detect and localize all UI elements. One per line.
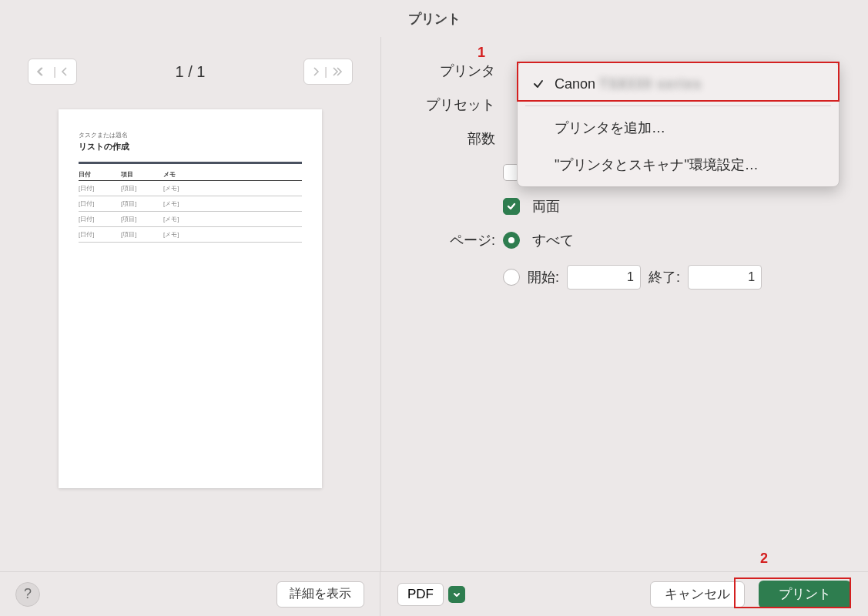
chevron-left-icon [59,66,69,77]
chevron-down-icon [448,586,465,603]
printer-item-label: Canon TS8330 series [555,76,702,92]
pages-range-radio[interactable] [503,269,520,286]
double-chevron-right-icon [330,66,344,77]
doc-row: [日付][項目][メモ] [79,181,302,196]
pages-to-input[interactable] [688,265,762,290]
page-next-last-button[interactable]: | [303,59,353,85]
window-title: プリント [0,0,868,37]
chevron-right-icon [312,66,321,77]
page-first-prev-button[interactable]: | [28,59,77,85]
pages-all-label: すべて [532,231,574,249]
double-chevron-left-icon [36,66,50,77]
doc-header-cell: 項目 [121,170,163,179]
doc-row: [日付][項目][メモ] [79,212,302,227]
doc-row: [日付][項目][メモ] [79,196,302,212]
duplex-label: 両面 [532,197,560,216]
print-button[interactable]: プリント [759,581,851,608]
annotation-number: 1 [478,45,485,61]
add-printer-item[interactable]: プリンタを追加… [518,109,839,146]
duplex-checkbox[interactable] [503,198,520,215]
pages-all-radio[interactable] [503,232,520,249]
check-icon [506,201,517,212]
preset-label: プリセット [403,95,503,114]
pdf-label: PDF [397,583,444,606]
annotation-number: 2 [760,551,768,567]
show-details-button[interactable]: 詳細を表示 [276,581,364,608]
divider-icon: | [321,65,330,78]
page-counter: 1 / 1 [176,63,206,81]
pages-to-label: 終了: [648,268,680,286]
printer-dropdown-menu[interactable]: Canon TS8330 series プリンタを追加… "プリンタとスキャナ"… [517,62,840,187]
menu-item-label: プリンタを追加… [555,119,665,137]
doc-task-label: タスクまたは題名 [79,131,302,139]
pages-from-input[interactable] [567,265,641,290]
question-icon: ? [24,586,32,602]
printer-prefs-item[interactable]: "プリンタとスキャナ"環境設定… [518,146,839,183]
doc-title: リストの作成 [79,141,302,152]
doc-header-cell: メモ [163,170,206,179]
pages-label: ページ: [403,231,503,249]
copies-label: 部数 [403,129,503,148]
cancel-button[interactable]: キャンセル [650,581,745,608]
divider-icon: | [50,65,59,78]
doc-row: [日付][項目][メモ] [79,227,302,243]
printer-label: プリンタ [403,62,503,80]
help-button[interactable]: ? [15,582,40,607]
preview-pane: | 1 / 1 | タスクまたは題名 リストの作成 日付 項目 メモ [日付][… [0,37,381,571]
menu-item-label: "プリンタとスキャナ"環境設定… [555,156,759,174]
document-preview: タスクまたは題名 リストの作成 日付 項目 メモ [日付][項目][メモ] [日… [59,109,322,488]
printer-item-selected[interactable]: Canon TS8330 series [518,65,839,102]
pages-from-label: 開始: [528,268,559,286]
check-icon [532,78,545,90]
doc-header-cell: 日付 [79,170,121,179]
doc-header-row: 日付 項目 メモ [79,170,302,181]
pdf-menu-button[interactable]: PDF [397,581,465,608]
